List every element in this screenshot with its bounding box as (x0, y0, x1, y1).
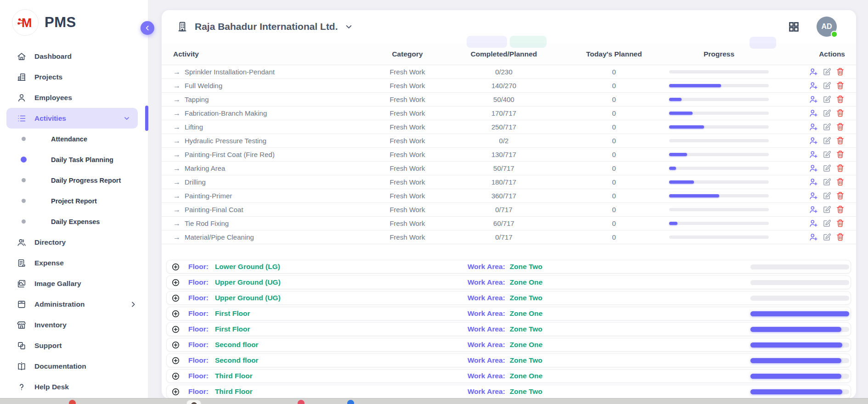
delete-button[interactable] (835, 136, 845, 146)
edit-button[interactable] (822, 81, 832, 90)
sidebar-subitem-daily-task-planning[interactable]: Daily Task Planning (0, 149, 148, 170)
edit-button[interactable] (822, 191, 832, 201)
assign-user-button[interactable] (809, 81, 818, 90)
edit-button[interactable] (822, 177, 832, 187)
delete-button[interactable] (835, 81, 845, 90)
delete-button[interactable] (835, 150, 845, 159)
edit-button[interactable] (822, 95, 832, 104)
edit-button[interactable] (822, 108, 832, 118)
assign-user-button[interactable] (809, 150, 818, 159)
dock-pink-app-icon[interactable] (298, 400, 304, 404)
arrow-right-icon: → (173, 220, 180, 227)
expand-plus-icon[interactable] (171, 341, 180, 349)
edit-button[interactable] (822, 136, 832, 146)
arrow-right-icon: → (173, 151, 180, 158)
assign-user-button[interactable] (809, 136, 818, 146)
logo-m-icon: M (17, 15, 34, 30)
floor-list: Floor: Lower Ground (LG) Work Area: Zone… (162, 260, 856, 398)
todays-planned-value: 0 (559, 164, 669, 172)
expand-plus-icon[interactable] (171, 263, 180, 271)
expand-plus-icon[interactable] (171, 372, 180, 381)
delete-button[interactable] (835, 191, 845, 201)
sidebar-item-documentation[interactable]: Documentation (0, 356, 148, 376)
floor-row: Floor: Third Floor Work Area: Zone One (166, 369, 851, 383)
edit-button[interactable] (822, 205, 832, 214)
activity-name: Marking Area (185, 164, 225, 172)
assign-user-button[interactable] (809, 177, 818, 187)
apps-grid-icon[interactable] (788, 21, 800, 33)
sidebar-item-employees[interactable]: Employees (0, 87, 148, 108)
col-activity: Activity (162, 50, 366, 58)
work-area-label: Work Area: (468, 372, 505, 380)
chevron-down-icon[interactable] (344, 22, 353, 31)
progress-bar (669, 236, 769, 239)
todays-planned-value: 0 (559, 233, 669, 241)
squares-icon (17, 341, 27, 351)
sidebar-item-projects[interactable]: Projects (0, 67, 148, 87)
expand-plus-icon[interactable] (171, 387, 180, 396)
delete-button[interactable] (835, 122, 845, 132)
sidebar-item-help-desk[interactable]: Help Desk (0, 376, 148, 397)
delete-button[interactable] (835, 205, 845, 214)
sidebar-item-activities[interactable]: Activities (6, 108, 138, 129)
delete-button[interactable] (835, 67, 845, 77)
assign-user-button[interactable] (809, 122, 818, 132)
sidebar-item-inventory[interactable]: Inventory (0, 314, 148, 335)
expand-plus-icon[interactable] (171, 356, 180, 365)
sidebar-item-directory[interactable]: Directory (0, 232, 148, 252)
edit-button[interactable] (822, 232, 832, 242)
assign-user-button[interactable] (809, 163, 818, 173)
activity-name: Painting-First Coat (Fire Red) (185, 151, 275, 158)
expand-plus-icon[interactable] (171, 309, 180, 318)
user-avatar[interactable]: AD (817, 17, 837, 37)
assign-user-button[interactable] (809, 205, 818, 214)
activity-name: Hydraulic Pressure Testing (185, 137, 266, 145)
activity-row: → Fabrication-Branch Making Fresh Work 1… (162, 107, 856, 120)
dock-browser-profile-icon[interactable] (186, 400, 201, 404)
work-area-name: Zone One (510, 309, 542, 318)
assign-user-button[interactable] (809, 67, 818, 77)
avatar-initials: AD (821, 22, 832, 31)
assign-user-button[interactable] (809, 232, 818, 242)
sidebar-item-administration[interactable]: Administration (0, 294, 148, 314)
sidebar-subitem-attendance[interactable]: Attendance (0, 129, 148, 149)
edit-button[interactable] (822, 163, 832, 173)
progress-bar (669, 125, 769, 129)
delete-button[interactable] (835, 108, 845, 118)
expand-plus-icon[interactable] (171, 278, 180, 287)
floor-label: Floor: (188, 356, 209, 365)
sidebar-item-expense[interactable]: Expense (0, 252, 148, 273)
assign-user-button[interactable] (809, 95, 818, 104)
sidebar-subitem-daily-expenses[interactable]: Daily Expenses (0, 211, 148, 232)
book-icon (17, 361, 27, 371)
edit-button[interactable] (822, 219, 832, 228)
delete-button[interactable] (835, 232, 845, 242)
edit-button[interactable] (822, 122, 832, 132)
expand-plus-icon[interactable] (171, 294, 180, 303)
assign-user-button[interactable] (809, 219, 818, 228)
delete-button[interactable] (835, 95, 845, 104)
floor-label: Floor: (188, 372, 209, 380)
dock-red-app-icon[interactable] (69, 400, 76, 404)
dock-blue-app-icon[interactable] (347, 400, 354, 404)
sidebar-collapse-button[interactable] (141, 21, 154, 35)
assign-user-button[interactable] (809, 108, 818, 118)
edit-button[interactable] (822, 67, 832, 77)
assign-user-button[interactable] (809, 191, 818, 201)
expand-plus-icon[interactable] (171, 325, 180, 334)
work-area-label: Work Area: (468, 325, 505, 333)
floor-progress-bar (750, 374, 849, 379)
sidebar-subitem-daily-progress-report[interactable]: Daily Progress Report (0, 170, 148, 191)
sidebar-item-dashboard[interactable]: Dashboard (0, 46, 148, 67)
work-area-label: Work Area: (468, 341, 505, 349)
edit-button[interactable] (822, 150, 832, 159)
company-selector[interactable]: Raja Bahadur International Ltd. (195, 21, 338, 32)
arrow-right-icon: → (173, 192, 180, 200)
sidebar-subitem-project-report[interactable]: Project Report (0, 191, 148, 211)
delete-button[interactable] (835, 219, 845, 228)
sidebar-item-image-gallary[interactable]: Image Gallary (0, 273, 148, 294)
delete-button[interactable] (835, 163, 845, 173)
sidebar-item-support[interactable]: Support (0, 335, 148, 356)
activity-row: → Hydraulic Pressure Testing Fresh Work … (162, 134, 856, 148)
delete-button[interactable] (835, 177, 845, 187)
